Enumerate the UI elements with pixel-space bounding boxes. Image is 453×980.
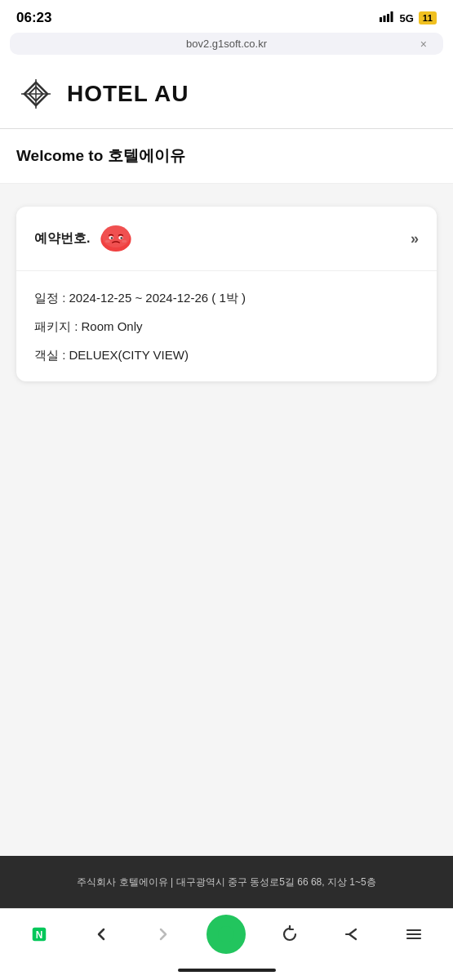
status-icons: 5G 11	[380, 11, 437, 24]
hotel-name: HOTEL AU	[67, 81, 189, 107]
blob-avatar	[98, 223, 134, 254]
svg-rect-0	[380, 17, 382, 22]
room-separator: :	[59, 348, 69, 362]
share-button[interactable]	[334, 916, 370, 952]
page-footer: 주식회사 호텔에이유 | 대구광역시 중구 동성로5길 66 68, 지상 1~…	[0, 856, 453, 908]
status-bar: 06:23 5G 11	[0, 0, 453, 33]
browser-close-button[interactable]: ×	[420, 38, 427, 51]
naver-button[interactable]: N	[21, 916, 57, 952]
chevron-right-icon[interactable]: »	[411, 230, 419, 247]
hotel-logo-icon	[16, 74, 56, 114]
svg-text:N: N	[36, 929, 43, 940]
svg-rect-1	[384, 16, 386, 22]
svg-point-12	[111, 237, 113, 239]
home-button[interactable]	[207, 915, 246, 954]
schedule-row: 일정 : 2024-12-25 ~ 2024-12-26 ( 1박 )	[34, 289, 419, 306]
nav-bar: N	[0, 908, 453, 964]
package-separator: :	[71, 319, 82, 333]
reservation-card: 예약번호.	[16, 207, 437, 381]
svg-point-13	[121, 237, 123, 239]
svg-rect-2	[387, 14, 389, 22]
menu-button[interactable]	[396, 916, 432, 952]
room-label: 객실	[34, 348, 59, 362]
welcome-bar: Welcome to 호텔에이유	[0, 129, 453, 184]
forward-button[interactable]	[145, 916, 181, 952]
reservation-label: 예약번호.	[34, 230, 90, 247]
status-time: 06:23	[16, 10, 51, 26]
back-button[interactable]	[83, 916, 119, 952]
bottom-indicator	[0, 964, 453, 980]
signal-icon	[380, 11, 394, 24]
schedule-value: 2024-12-25 ~ 2024-12-26 ( 1박 )	[69, 291, 246, 305]
battery-indicator: 11	[419, 11, 437, 24]
refresh-button[interactable]	[272, 916, 308, 952]
main-content: 예약번호.	[0, 184, 453, 856]
hotel-header: HOTEL AU	[0, 60, 453, 129]
schedule-separator: :	[59, 291, 69, 305]
home-indicator-bar	[178, 969, 276, 972]
room-value: DELUEX(CITY VIEW)	[69, 348, 189, 362]
svg-point-14	[105, 240, 110, 243]
footer-text: 주식회사 호텔에이유 | 대구광역시 중구 동성로5길 66 68, 지상 1~…	[77, 876, 375, 888]
reservation-number-area: 예약번호.	[34, 223, 134, 254]
schedule-label: 일정	[34, 291, 59, 305]
5g-label: 5G	[399, 12, 413, 24]
browser-url: bov2.g1soft.co.kr	[186, 38, 267, 50]
room-row: 객실 : DELUEX(CITY VIEW)	[34, 346, 419, 363]
package-label: 패키지	[34, 319, 71, 333]
svg-point-18	[218, 926, 234, 942]
svg-point-15	[122, 240, 127, 243]
reservation-header-row[interactable]: 예약번호.	[16, 207, 437, 271]
welcome-text: Welcome to 호텔에이유	[16, 147, 185, 164]
svg-point-9	[103, 225, 131, 247]
package-row: 패키지 : Room Only	[34, 318, 419, 335]
package-value: Room Only	[82, 319, 143, 333]
browser-bar: bov2.g1soft.co.kr ×	[10, 33, 443, 55]
reservation-details: 일정 : 2024-12-25 ~ 2024-12-26 ( 1박 ) 패키지 …	[16, 271, 437, 381]
svg-rect-3	[391, 11, 393, 22]
